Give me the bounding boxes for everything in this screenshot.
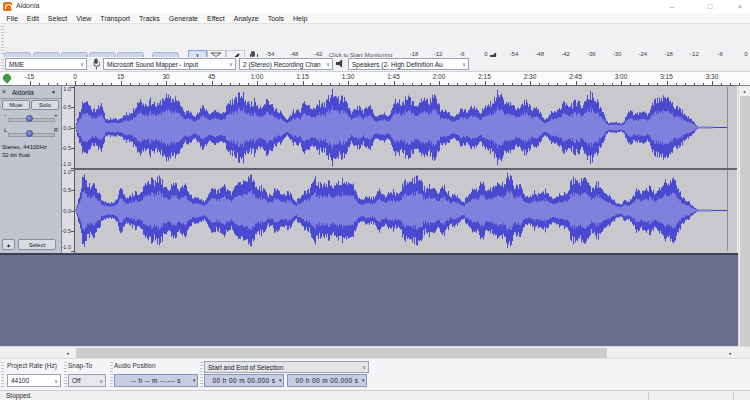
chevron-down-icon: ∨ bbox=[362, 362, 366, 373]
toolbar-grip[interactable] bbox=[64, 362, 67, 388]
timeline-minor-tick bbox=[39, 83, 40, 85]
timeline-minor-tick bbox=[111, 83, 112, 85]
timeline-minor-tick bbox=[630, 83, 631, 85]
timeline-minor-tick bbox=[130, 83, 131, 85]
scale-label: 0.0 bbox=[63, 208, 71, 214]
select-track-button[interactable]: Select bbox=[18, 239, 56, 250]
audio-position-field[interactable]: -- h -- m --.--- s▾ bbox=[114, 374, 198, 387]
mute-button[interactable]: Mute bbox=[2, 100, 30, 110]
empty-project-area[interactable] bbox=[0, 253, 738, 346]
input-device-select[interactable]: Microsoft Sound Mapper - Input∨ bbox=[103, 58, 236, 70]
close-button[interactable]: × bbox=[730, 1, 750, 12]
timeline-minor-tick bbox=[530, 83, 531, 85]
output-device-select[interactable]: Speakers (2- High Definition Au∨ bbox=[348, 58, 469, 70]
toolbar-grip[interactable] bbox=[110, 362, 113, 388]
selection-end-field[interactable]: 00 h 00 m 00.000 s▾ bbox=[287, 374, 367, 387]
timeline-label: 15 bbox=[117, 73, 124, 80]
timeline-minor-tick bbox=[676, 83, 677, 85]
track-menu-arrow-icon[interactable]: ▼ bbox=[51, 89, 56, 95]
timeline-minor-tick bbox=[448, 83, 449, 85]
pin-playhead-icon[interactable] bbox=[1, 72, 12, 83]
timeline-label: 1:30 bbox=[342, 73, 355, 80]
vertical-scrollbar[interactable]: ▴ ▾ bbox=[738, 86, 750, 354]
timeline-label: 30 bbox=[162, 73, 169, 80]
timeline-minor-tick bbox=[403, 83, 404, 85]
track-format-line2: 32-bit float bbox=[2, 152, 47, 160]
timeline-minor-tick bbox=[548, 83, 549, 85]
selection-mode-select[interactable]: Start and End of Selection∨ bbox=[204, 361, 369, 373]
timeline-label: 45 bbox=[208, 73, 215, 80]
pan-left-label: L bbox=[4, 127, 7, 133]
scroll-left-icon[interactable]: ◂ bbox=[62, 350, 73, 356]
gain-slider-thumb[interactable] bbox=[26, 115, 33, 122]
waveform-channel-right[interactable] bbox=[75, 170, 737, 251]
collapse-track-button[interactable]: ▲ bbox=[2, 239, 15, 250]
pan-slider-thumb[interactable] bbox=[26, 130, 33, 137]
menu-effect[interactable]: Effect bbox=[203, 15, 230, 22]
menu-transport[interactable]: Transport bbox=[96, 15, 135, 22]
track-close-button[interactable]: × bbox=[2, 88, 6, 95]
menu-file[interactable]: File bbox=[2, 15, 22, 22]
timeline-minor-tick bbox=[157, 83, 158, 85]
timeline-minor-tick bbox=[275, 83, 276, 85]
timeline-minor-tick bbox=[703, 83, 704, 85]
menu-generate[interactable]: Generate bbox=[164, 15, 202, 22]
chevron-down-icon: ∨ bbox=[229, 59, 233, 70]
track-title[interactable]: Aidonia bbox=[12, 89, 34, 96]
horizontal-scrollbar-thumb[interactable] bbox=[76, 348, 607, 358]
menu-tools[interactable]: Tools bbox=[263, 15, 288, 22]
timeline-label: 0 bbox=[73, 73, 77, 80]
timeline-label: 2:45 bbox=[569, 73, 582, 80]
scroll-up-icon[interactable]: ▴ bbox=[739, 88, 750, 94]
device-toolbar: MME∨ Microsoft Sound Mapper - Input∨ 2 (… bbox=[0, 57, 750, 72]
selection-toolbar: Project Rate (Hz) 44100∨ Snap-To Off∨ Au… bbox=[0, 358, 750, 390]
toolbar-grip[interactable] bbox=[1, 362, 4, 388]
timeline-minor-tick bbox=[594, 83, 595, 85]
timeline-minor-tick bbox=[503, 83, 504, 85]
vertical-scrollbar-thumb[interactable] bbox=[740, 96, 750, 346]
timeline-minor-tick bbox=[284, 83, 285, 85]
project-rate-label: Project Rate (Hz) bbox=[7, 362, 57, 369]
scroll-right-icon[interactable]: ▸ bbox=[725, 350, 736, 356]
audio-host-select[interactable]: MME∨ bbox=[5, 58, 87, 70]
toolbar-grip[interactable] bbox=[200, 362, 203, 388]
scale-tick bbox=[71, 170, 74, 171]
project-rate-select[interactable]: 44100∨ bbox=[7, 374, 61, 387]
minimize-button[interactable]: – bbox=[662, 1, 682, 12]
chevron-down-icon: ∨ bbox=[99, 375, 103, 387]
timeline-minor-tick bbox=[466, 83, 467, 85]
menu-analyze[interactable]: Analyze bbox=[229, 15, 263, 22]
toolbar-grip[interactable] bbox=[1, 59, 4, 70]
selection-start-field[interactable]: 00 h 00 m 00.000 s▾ bbox=[204, 374, 284, 387]
scale-label: 1.0 bbox=[63, 169, 71, 175]
timeline-minor-tick bbox=[330, 83, 331, 85]
audio-position-label: Audio Position bbox=[114, 362, 156, 369]
scale-label: -0.5 bbox=[62, 228, 71, 234]
waveform-channel-left[interactable] bbox=[75, 87, 737, 168]
toolbar-grip[interactable] bbox=[1, 26, 4, 55]
timeline-label: 1:15 bbox=[296, 73, 309, 80]
timeline-minor-tick bbox=[75, 83, 76, 85]
timeline-minor-tick bbox=[639, 83, 640, 85]
input-channels-select[interactable]: 2 (Stereo) Recording Chan∨ bbox=[239, 58, 333, 70]
maximize-button[interactable]: □ bbox=[700, 1, 720, 12]
scale-tick bbox=[71, 190, 74, 191]
solo-button[interactable]: Solo bbox=[31, 100, 59, 110]
timeline-minor-tick bbox=[430, 83, 431, 85]
timeline-minor-tick bbox=[521, 83, 522, 85]
menu-tracks[interactable]: Tracks bbox=[135, 15, 165, 22]
timeline-ruler[interactable]: -1501530451:001:151:301:452:002:152:302:… bbox=[0, 72, 750, 86]
timeline-minor-tick bbox=[457, 83, 458, 85]
menu-help[interactable]: Help bbox=[289, 15, 312, 22]
timeline-label: 3:30 bbox=[706, 73, 719, 80]
menu-select[interactable]: Select bbox=[43, 15, 71, 22]
menu-edit[interactable]: Edit bbox=[22, 15, 43, 22]
timeline-minor-tick bbox=[739, 83, 740, 85]
timeline-minor-tick bbox=[30, 83, 31, 85]
snap-to-select[interactable]: Off∨ bbox=[68, 374, 106, 387]
horizontal-scrollbar[interactable]: ◂ ▸ bbox=[0, 346, 750, 358]
status-bar: Stopped. bbox=[0, 390, 750, 400]
timeline-minor-tick bbox=[357, 83, 358, 85]
timeline-minor-tick bbox=[212, 83, 213, 85]
menu-view[interactable]: View bbox=[72, 15, 96, 22]
